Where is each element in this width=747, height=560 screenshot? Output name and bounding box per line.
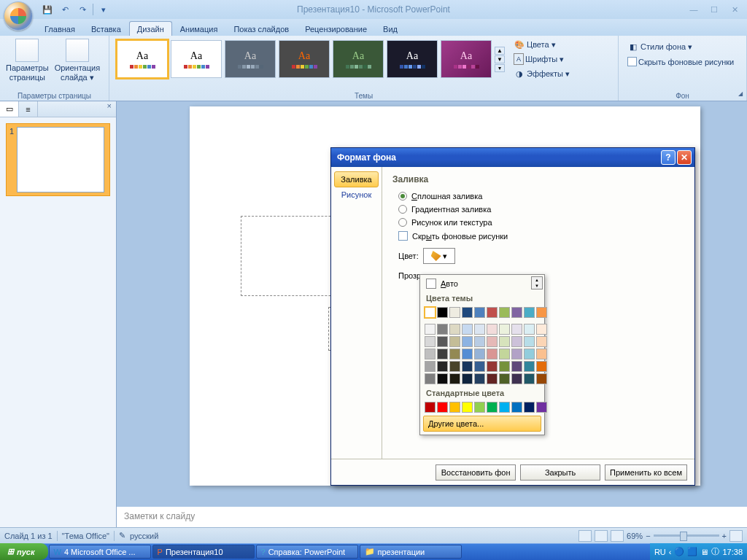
tab-slideshow[interactable]: Показ слайдов <box>225 21 297 36</box>
color-swatch[interactable] <box>449 307 460 318</box>
color-swatch[interactable] <box>449 361 460 372</box>
taskbar-item-word[interactable]: W4 Microsoft Office ... <box>49 545 151 559</box>
spellcheck-icon[interactable]: ✎ <box>119 531 125 540</box>
color-swatch[interactable] <box>437 349 448 359</box>
color-swatch[interactable] <box>499 307 510 318</box>
panel-close[interactable]: × <box>103 101 116 117</box>
tab-view[interactable]: Вид <box>375 21 406 36</box>
color-swatch[interactable] <box>511 402 522 413</box>
color-swatch[interactable] <box>511 373 522 384</box>
color-swatch[interactable] <box>449 336 460 347</box>
tab-home[interactable]: Главная <box>36 21 83 36</box>
minimize-button[interactable]: — <box>685 3 703 16</box>
color-swatch[interactable] <box>449 402 460 413</box>
theme-thumb-5[interactable]: Aa <box>333 40 384 78</box>
nav-picture[interactable]: Рисунок <box>331 187 382 202</box>
color-swatch[interactable] <box>524 307 535 318</box>
color-swatch[interactable] <box>462 336 473 347</box>
color-swatch[interactable] <box>487 307 498 318</box>
theme-fonts-button[interactable]: AШрифты ▾ <box>511 52 576 66</box>
color-swatch[interactable] <box>437 307 448 318</box>
zoom-out-button[interactable]: − <box>646 532 650 540</box>
theme-colors-button[interactable]: 🎨Цвета ▾ <box>511 38 576 51</box>
tab-review[interactable]: Рецензирование <box>297 21 375 36</box>
taskbar-item-ppt[interactable]: PПрезентация10 <box>152 545 255 559</box>
color-swatch[interactable] <box>536 349 547 359</box>
maximize-button[interactable]: ☐ <box>705 3 723 16</box>
restore-bg-button[interactable]: Восстановить фон <box>436 464 516 481</box>
close-button[interactable]: ✕ <box>726 3 743 16</box>
radio-picture-fill[interactable]: Рисунок или текстура <box>398 218 684 227</box>
color-swatch[interactable] <box>474 373 485 384</box>
theme-thumb-7[interactable]: Aa <box>441 40 492 78</box>
theme-thumb-4[interactable]: Aa <box>279 40 330 78</box>
color-swatch[interactable] <box>474 324 485 335</box>
color-swatch[interactable] <box>487 402 498 413</box>
zoom-in-button[interactable]: + <box>722 532 727 540</box>
tab-design[interactable]: Дизайн <box>129 21 172 36</box>
color-swatch[interactable] <box>524 402 535 413</box>
color-swatch[interactable] <box>437 373 448 384</box>
color-swatch[interactable] <box>487 361 498 372</box>
taskbar-item-folder[interactable]: 📁презентации <box>360 545 462 559</box>
color-swatch[interactable] <box>437 336 448 347</box>
slide-orientation-button[interactable]: Ориентация слайда ▾ <box>52 37 103 90</box>
color-swatch[interactable] <box>511 361 522 372</box>
fit-window-button[interactable] <box>729 530 743 542</box>
color-swatch[interactable] <box>511 324 522 335</box>
status-language[interactable]: русский <box>130 532 158 540</box>
dialog-close-button[interactable]: ✕ <box>677 150 692 165</box>
color-swatch[interactable] <box>462 361 473 372</box>
tray-clock[interactable]: 17:38 <box>722 548 743 556</box>
radio-solid-fill[interactable]: Сплошная заливка <box>398 192 684 201</box>
color-swatch[interactable] <box>511 336 522 347</box>
outline-tab[interactable]: ≡ <box>19 101 38 117</box>
slide-thumbnail-1[interactable]: 1 <box>6 123 110 196</box>
tray-expand-icon[interactable]: ‹ <box>669 548 672 556</box>
color-swatch[interactable] <box>425 336 436 347</box>
taskbar-item-help[interactable]: ?Справка: PowerPoint <box>256 545 358 559</box>
color-swatch[interactable] <box>437 361 448 372</box>
normal-view-button[interactable] <box>578 530 592 542</box>
color-swatch[interactable] <box>524 349 535 359</box>
transparency-spinner[interactable]: ▲▼ <box>531 276 543 289</box>
hide-bg-graphics-checkbox[interactable]: Скрыть фоновые рисунки <box>624 56 740 67</box>
color-swatch[interactable] <box>425 324 436 335</box>
themes-more[interactable]: ▾ <box>495 64 505 72</box>
color-swatch[interactable] <box>462 324 473 335</box>
theme-thumb-3[interactable]: Aa <box>225 40 276 78</box>
color-swatch[interactable] <box>524 373 535 384</box>
color-swatch[interactable] <box>487 373 498 384</box>
color-swatch[interactable] <box>487 349 498 359</box>
more-colors-button[interactable]: Другие цвета... <box>423 416 541 432</box>
color-swatch[interactable] <box>449 349 460 359</box>
apply-all-button[interactable]: Применить ко всем <box>605 464 687 481</box>
color-swatch[interactable] <box>536 307 547 318</box>
page-setup-button[interactable]: Параметры страницы <box>3 37 52 90</box>
notes-pane[interactable]: Заметки к слайду <box>117 504 747 527</box>
background-dialog-launcher[interactable]: ◢ <box>736 90 745 99</box>
dialog-titlebar[interactable]: Формат фона ? ✕ <box>331 148 694 167</box>
color-swatch[interactable] <box>462 373 473 384</box>
color-swatch[interactable] <box>499 349 510 359</box>
color-swatch[interactable] <box>425 349 436 359</box>
redo-icon[interactable]: ↷ <box>75 2 90 17</box>
fill-color-button[interactable]: ▾ <box>423 248 455 264</box>
theme-thumb-1[interactable]: Aa <box>117 40 168 78</box>
nav-fill[interactable]: Заливка <box>334 171 379 187</box>
color-swatch[interactable] <box>437 324 448 335</box>
color-swatch[interactable] <box>474 336 485 347</box>
color-swatch[interactable] <box>474 402 485 413</box>
tray-lang[interactable]: RU <box>654 548 666 556</box>
save-icon[interactable]: 💾 <box>40 2 55 17</box>
color-swatch[interactable] <box>536 336 547 347</box>
sorter-view-button[interactable] <box>595 530 608 542</box>
color-swatch[interactable] <box>425 307 436 318</box>
theme-thumb-6[interactable]: Aa <box>387 40 438 78</box>
zoom-slider[interactable] <box>654 534 719 537</box>
color-swatch[interactable] <box>524 361 535 372</box>
color-swatch[interactable] <box>536 324 547 335</box>
tab-animation[interactable]: Анимация <box>172 21 226 36</box>
color-swatch[interactable] <box>462 349 473 359</box>
color-swatch[interactable] <box>536 373 547 384</box>
